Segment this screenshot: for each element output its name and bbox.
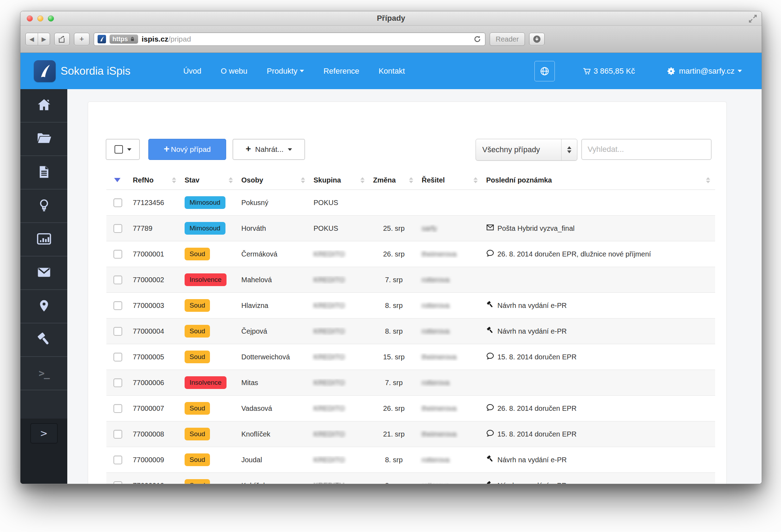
mail-icon [36, 265, 52, 282]
row-checkbox[interactable] [113, 276, 122, 284]
row-checkbox[interactable] [113, 224, 122, 233]
downloads-button[interactable] [529, 33, 545, 45]
language-button[interactable] [534, 61, 555, 81]
lightbulb-icon [37, 198, 51, 214]
sidebar-item-map-marker[interactable] [20, 290, 67, 323]
status-cell: Mimosoud [181, 196, 238, 209]
table-row[interactable]: 77000008SoudKnoflíčekKREDITO21. srptheim… [106, 421, 715, 447]
share-button[interactable] [54, 33, 70, 45]
note-cell: Návrh na vydání e-PR [483, 481, 715, 484]
refno-cell: 77000004 [129, 327, 181, 335]
table-row[interactable]: 77000005SoudDotterweichováKREDITO15. srp… [106, 344, 715, 370]
row-checkbox[interactable] [113, 481, 122, 484]
note-cell: Návrh na vydání e-PR [483, 301, 715, 310]
fullscreen-icon[interactable] [748, 14, 757, 23]
sidebar: >_> [20, 89, 67, 484]
row-checkbox[interactable] [113, 456, 122, 464]
group-cell: POKUS [310, 224, 370, 233]
account-menu[interactable]: martin@sarfy.cz [667, 67, 742, 76]
table-row[interactable]: 77000009SoudJoudalKREDITO8. srprotterova… [106, 447, 715, 473]
search-input[interactable] [581, 139, 712, 160]
actions-left: + Nový případ + Nahrát... [106, 139, 305, 160]
nav-item-produkty[interactable]: Produkty [267, 67, 304, 76]
terminal-icon: >_ [39, 367, 49, 379]
changed-cell: 7. srp [370, 379, 418, 387]
table-row[interactable]: 77000007SoudVadasováKREDITO26. srptheime… [106, 396, 715, 421]
reader-button[interactable]: Reader [490, 32, 525, 46]
sidebar-item-home[interactable] [20, 89, 67, 123]
header-osoby[interactable]: Osoby [238, 171, 310, 190]
cases-table: RefNoStavOsobySkupinaZměnaŘešitelPosledn… [106, 171, 715, 484]
solver-cell: theimerova [418, 404, 483, 413]
refno-cell: 77000002 [129, 276, 181, 284]
upload-dropdown-button[interactable]: + Nahrát... [233, 139, 305, 160]
minimize-window-button[interactable] [37, 16, 43, 21]
sidebar-item-lightbulb[interactable] [20, 190, 67, 223]
nav-item-o-webu[interactable]: O webu [221, 67, 248, 76]
group-cell: KREDITO [310, 456, 370, 464]
person-cell: Pokusný [238, 199, 310, 207]
changed-cell: 8. srp [370, 302, 418, 310]
url-bar[interactable]: https ispis.cz/pripad [94, 32, 485, 46]
sidebar-item-folder-open[interactable] [20, 123, 67, 156]
select-all-dropdown[interactable] [106, 139, 140, 160]
new-tab-button[interactable]: + [74, 33, 89, 45]
row-checkbox[interactable] [113, 301, 122, 310]
person-cell: Knoflíček [238, 430, 310, 438]
sidebar-item-gavel[interactable] [20, 323, 67, 357]
table-header: RefNoStavOsobySkupinaZměnaŘešitelPosledn… [106, 171, 715, 190]
table-row[interactable]: 77000004SoudČejpováKREDITO8. srprotterov… [106, 318, 715, 344]
row-checkbox[interactable] [113, 198, 122, 207]
nav-item-reference[interactable]: Reference [323, 67, 359, 76]
row-checkbox[interactable] [113, 250, 122, 259]
row-checkbox[interactable] [113, 430, 122, 439]
solver-cell: rotterova [418, 456, 483, 464]
home-icon [36, 97, 52, 114]
actions-right: Všechny případy [476, 139, 712, 161]
note-cell: 15. 8. 2014 doručen EPR [483, 352, 715, 362]
nav-item-kontakt[interactable]: Kontakt [379, 67, 405, 76]
table-row[interactable]: 77000002InsolvenceMahelováKREDITO7. srpr… [106, 267, 715, 293]
header-posledni-poznamka[interactable]: Poslední poznámka [483, 171, 715, 190]
sidebar-expand-button[interactable]: > [30, 423, 58, 444]
back-button[interactable]: ◀ [26, 33, 38, 45]
sidebar-item-document[interactable] [20, 156, 67, 190]
note-cell: Návrh na vydání e-PR [483, 455, 715, 465]
header-resitel[interactable]: Řešitel [418, 171, 483, 190]
nav-item-uvod[interactable]: Úvod [183, 67, 201, 76]
table-row[interactable]: 77000006InsolvenceMitasKREDITO7. srprott… [106, 370, 715, 396]
row-checkbox[interactable] [113, 353, 122, 361]
header-filter[interactable] [106, 171, 129, 190]
header-skupina[interactable]: Skupina [310, 171, 370, 190]
sidebar-item-bar-chart[interactable] [20, 223, 67, 256]
solver-cell: rotterova [418, 482, 483, 484]
table-row[interactable]: 77000010SoudKubíčekKREDITU8. srprotterov… [106, 473, 715, 484]
header-zmena[interactable]: Změna [370, 171, 418, 190]
status-cell: Soud [181, 428, 238, 440]
sidebar-item-terminal[interactable]: >_ [20, 357, 67, 390]
refno-cell: 77000005 [129, 353, 181, 361]
status-badge: Mimosoud [185, 196, 225, 209]
row-checkbox[interactable] [113, 327, 122, 336]
comment-icon [486, 352, 494, 362]
sidebar-item-mail[interactable] [20, 256, 67, 290]
cart-button[interactable]: 3 865,85 Kč [582, 67, 635, 76]
table-row[interactable]: 77123456MimosoudPokusnýPOKUS [106, 190, 715, 216]
header-stav[interactable]: Stav [181, 171, 238, 190]
new-case-button[interactable]: + Nový případ [148, 139, 226, 160]
case-filter-select[interactable]: Všechny případy [476, 139, 577, 161]
zoom-window-button[interactable] [48, 16, 54, 21]
status-badge: Soud [185, 453, 210, 466]
chevron-right-icon: > [40, 428, 48, 439]
reload-icon[interactable] [473, 35, 482, 43]
close-window-button[interactable] [27, 16, 33, 21]
forward-button[interactable]: ▶ [38, 33, 50, 45]
header-refno[interactable]: RefNo [129, 171, 181, 190]
table-row[interactable]: 77789MimosoudHorváthPOKUS25. srpsarfyPoš… [106, 216, 715, 241]
row-checkbox[interactable] [113, 378, 122, 387]
table-row[interactable]: 77000001SoudČermákováKREDITO26. srptheim… [106, 241, 715, 267]
status-badge: Soud [185, 325, 210, 338]
brand[interactable]: Sokordia iSpis [34, 60, 130, 82]
table-row[interactable]: 77000003SoudHlaviznaKREDITO8. srprottero… [106, 293, 715, 318]
row-checkbox[interactable] [113, 404, 122, 413]
